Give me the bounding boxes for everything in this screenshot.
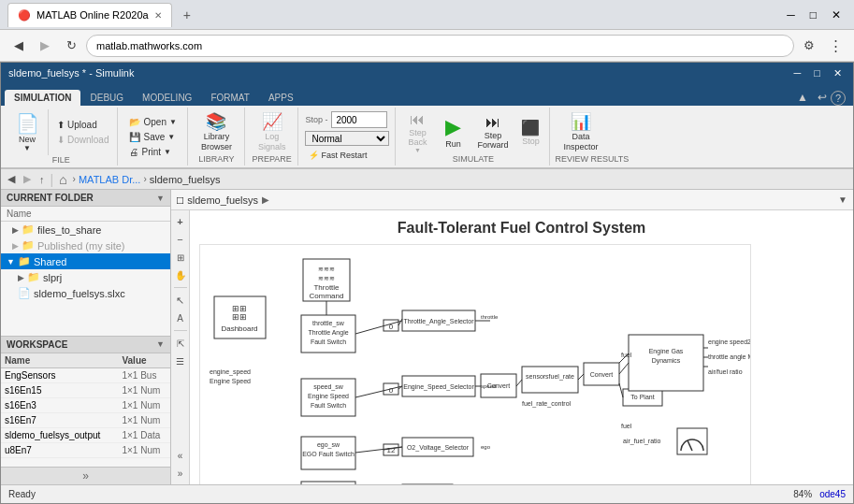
run-button[interactable]: ▶ Run [436, 109, 470, 154]
panel-expand-icon[interactable]: » [82, 469, 89, 482]
workspace-row[interactable]: s16En71×1 Num [1, 412, 170, 427]
svg-text:Dashboard: Dashboard [221, 324, 257, 333]
zoom-in-tool[interactable]: + [173, 214, 188, 229]
run-icon: ▶ [445, 115, 461, 139]
tab-modeling[interactable]: MODELING [133, 90, 201, 106]
svg-text:EGO Fault Switch: EGO Fault Switch [302, 451, 355, 457]
model-nav-name[interactable]: sldemo_fuelsys [187, 194, 258, 206]
annotation-tool[interactable]: A [173, 310, 188, 325]
tree-label-published: Published (my site) [37, 240, 125, 252]
ribbon-help-btn[interactable]: ? [831, 91, 846, 106]
open-button[interactable]: 📂 Open ▼ [124, 115, 181, 129]
browser-tab-active[interactable]: 🔴 MATLAB Online R2020a ✕ [7, 3, 172, 27]
tree-label-slprj: slprj [43, 272, 62, 283]
status-solver-text: ode45 [819, 489, 846, 499]
tab-format[interactable]: FORMAT [201, 90, 258, 106]
workspace-row[interactable]: u8En71×1 Num [1, 442, 170, 457]
browser-chrome: 🔴 MATLAB Online R2020a ✕ + ─ □ ✕ [0, 0, 854, 30]
workspace-row[interactable]: s16En151×1 Num [1, 382, 170, 397]
model-nav-dropdown-btn[interactable]: ▼ [838, 194, 847, 205]
run-label: Run [445, 139, 461, 149]
sim-up-btn[interactable]: ↑ [36, 173, 48, 186]
svg-line-65 [398, 319, 402, 325]
ribbon-collapse-btn[interactable]: ▲ [791, 89, 814, 106]
new-button[interactable]: 📄 New ▼ [8, 109, 46, 155]
log-signals-button[interactable]: 📈 LogSignals [250, 109, 295, 154]
win-max-btn[interactable]: □ [810, 67, 824, 79]
tab-simulation[interactable]: SIMULATION [5, 90, 80, 106]
prepare-group-label: PREPARE [250, 154, 295, 164]
refresh-button[interactable]: ↻ [60, 35, 82, 57]
step-back-button[interactable]: ⏮ StepBack ▼ [400, 109, 434, 154]
upload-button[interactable]: ⬆ Upload [52, 118, 113, 132]
tab-close[interactable]: ✕ [154, 10, 162, 21]
select-tool[interactable]: ↖ [173, 293, 188, 308]
diagram-canvas[interactable]: Fault-Tolerant Fuel Control System ⊞⊞ ⊞⊞… [190, 210, 853, 484]
expand-tool[interactable]: ⇱ [173, 336, 188, 351]
folder-icon-published: 📁 [22, 239, 35, 252]
svg-text:speed: speed [481, 383, 496, 389]
browser-window-close[interactable]: ✕ [826, 7, 847, 23]
sim-forward-btn[interactable]: ▶ [21, 172, 34, 186]
library-browser-button[interactable]: 📚 LibraryBrowser [193, 109, 240, 154]
props-tool[interactable]: ☰ [173, 353, 188, 368]
file-group-label: FILE [8, 155, 113, 165]
download-button[interactable]: ⬇ Download [52, 133, 113, 147]
workspace-row[interactable]: sldemo_fuelsys_output1×1 Data [1, 427, 170, 442]
tree-item-slprj[interactable]: ▶ 📁 slprj [1, 269, 170, 285]
new-tab-button[interactable]: + [176, 4, 198, 26]
pan-tool[interactable]: ✋ [173, 267, 188, 282]
tree-arrow-published: ▶ [12, 241, 19, 251]
workspace-value: 1×1 Num [118, 397, 170, 412]
tree-item-files[interactable]: ▶ 📁 files_to_share [1, 222, 170, 238]
sim-back-btn[interactable]: ◀ [5, 172, 18, 186]
stop-icon: ⬛ [521, 119, 540, 137]
browser-window-min[interactable]: ─ [781, 7, 801, 23]
print-button[interactable]: 🖨 Print ▼ [124, 145, 181, 159]
log-signals-label: LogSignals [258, 132, 286, 152]
tree-item-slxc[interactable]: 📄 sldemo_fuelsys.slxc [1, 285, 170, 301]
tree-item-published[interactable]: ▶ 📁 Published (my site) [1, 238, 170, 253]
stop-button[interactable]: ⬛ Stop [515, 109, 545, 154]
svg-line-86 [619, 383, 623, 397]
folder-icon-shared: 📁 [18, 255, 31, 267]
zoom-out-tool[interactable]: − [173, 232, 188, 247]
workspace-header[interactable]: WORKSPACE ▼ [1, 336, 170, 353]
svg-text:To Plant: To Plant [630, 394, 654, 400]
forward-button[interactable]: ▶ [34, 35, 56, 57]
back-button[interactable]: ◀ [7, 35, 30, 57]
save-button[interactable]: 💾 Save ▼ [124, 130, 181, 144]
collapse-side-btn[interactable]: « [173, 448, 188, 463]
address-bar[interactable] [86, 35, 794, 57]
workspace-row[interactable]: EngSensors1×1 Bus [1, 367, 170, 382]
expand-side-btn[interactable]: » [173, 466, 188, 481]
svg-text:sensorsfuel_rate: sensorsfuel_rate [526, 373, 574, 381]
model-nav-bar: □ sldemo_fuelsys ▶ ▼ [171, 190, 853, 210]
new-dropdown-arrow[interactable]: ▼ [23, 144, 31, 152]
browser-window-max[interactable]: □ [804, 7, 822, 23]
svg-text:≋≋≋: ≋≋≋ [318, 275, 335, 281]
tab-apps[interactable]: APPS [259, 90, 303, 106]
simulink-canvas: □ sldemo_fuelsys ▶ ▼ + − ⊞ ✋ ↖ A ⇱ [171, 190, 853, 484]
sim-home-btn[interactable]: ⌂ [56, 171, 69, 188]
tree-item-shared[interactable]: ▼ 📁 Shared [1, 253, 170, 269]
breadcrumb-matlab[interactable]: MATLAB Dr... [79, 174, 140, 185]
fit-tool[interactable]: ⊞ [173, 250, 188, 265]
sim-mode-select[interactable]: Normal Accelerator Rapid Accelerator [305, 131, 389, 146]
stop-time-input[interactable] [331, 111, 387, 128]
tab-debug[interactable]: DEBUG [80, 90, 133, 106]
current-folder-header[interactable]: CURRENT FOLDER ▼ [1, 190, 170, 207]
workspace-row[interactable]: s16En31×1 Num [1, 397, 170, 412]
fast-restart-button[interactable]: ⚡ Fast Restart [305, 149, 389, 162]
win-close-btn[interactable]: ✕ [830, 67, 846, 79]
stop-time-label: Stop - [305, 115, 327, 124]
menu-button[interactable]: ⋮ [824, 35, 847, 57]
workspace-name: u8En7 [1, 442, 118, 457]
extensions-button[interactable]: ⚙ [798, 35, 820, 57]
data-inspector-button[interactable]: 📊 DataInspector [555, 109, 606, 154]
ribbon-undo-btn[interactable]: ↩ [814, 89, 831, 106]
step-back-label: StepBack [408, 128, 427, 147]
step-forward-button[interactable]: ⏭ StepForward [471, 109, 514, 154]
win-min-btn[interactable]: ─ [790, 67, 805, 79]
workspace-table: Name Value EngSensors1×1 Buss16En151×1 N… [1, 353, 170, 458]
